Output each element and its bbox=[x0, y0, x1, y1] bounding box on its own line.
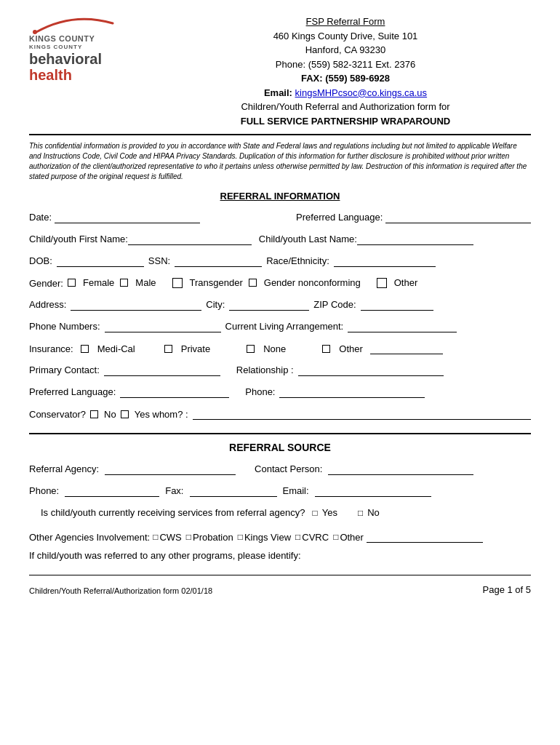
phone-numbers-input[interactable] bbox=[105, 321, 221, 332]
race-label: Race/Ethnicity: bbox=[266, 255, 329, 266]
header-center: FSP Referral Form 460 Kings County Drive… bbox=[160, 15, 531, 128]
kings-view-label: Kings View bbox=[244, 532, 291, 543]
private-label: Private bbox=[181, 343, 210, 354]
nonconforming-label: Gender nonconforming bbox=[264, 277, 361, 288]
ref-phone-input[interactable] bbox=[65, 485, 159, 497]
email-line: Email: kingsMHPcsoc@co.kings.ca.us bbox=[160, 86, 531, 100]
conservator-checkbox[interactable] bbox=[90, 410, 98, 418]
child-last-label: Child/youth Last Name: bbox=[259, 234, 357, 244]
agency-input[interactable] bbox=[105, 463, 236, 475]
cvrc-label: CVRC bbox=[302, 532, 329, 543]
address-input[interactable] bbox=[71, 299, 201, 311]
preferred-lang2-input[interactable] bbox=[120, 386, 229, 398]
ref-email-input[interactable] bbox=[315, 485, 431, 497]
if-referred-line[interactable] bbox=[29, 565, 531, 575]
address2: Hanford, CA 93230 bbox=[160, 43, 531, 57]
probation-label: Probation bbox=[193, 532, 233, 543]
gender-options: Female Male Transgender Gender nonconfor… bbox=[68, 277, 417, 288]
private-checkbox[interactable] bbox=[164, 345, 172, 353]
referral-source-divider bbox=[29, 433, 531, 434]
date-label: Date: bbox=[29, 212, 52, 223]
form-title-text: FSP Referral Form bbox=[306, 16, 385, 27]
health-label: health bbox=[29, 67, 102, 83]
none-checkbox[interactable] bbox=[247, 345, 255, 353]
conservator-row: Conservator? No Yes whom? : bbox=[29, 408, 531, 420]
email-label: Email: bbox=[264, 87, 292, 98]
city-input[interactable] bbox=[229, 299, 309, 311]
header-divider bbox=[29, 134, 531, 135]
preferred-language-input[interactable] bbox=[385, 212, 531, 223]
nonconforming-checkbox[interactable] bbox=[249, 279, 257, 287]
yes-whom-label: Yes whom? : bbox=[135, 409, 188, 420]
primary-contact-input[interactable] bbox=[104, 364, 220, 376]
kings-county-label: KINGS COUNTY bbox=[29, 44, 102, 51]
services-question-text: Is child/youth currently receiving servi… bbox=[41, 507, 305, 518]
name-row: Child/youth First Name: Child/youth Last… bbox=[29, 234, 531, 245]
phone2-input[interactable] bbox=[279, 386, 425, 398]
logo-text: KINGS COUNTY behavioral health bbox=[29, 44, 102, 83]
ref-fax-input[interactable] bbox=[190, 485, 277, 497]
yes-checkbox[interactable] bbox=[121, 410, 129, 418]
child-first-label: Child/youth First Name: bbox=[29, 234, 128, 244]
other-agencies-other-label: Other bbox=[340, 532, 364, 543]
ssn-input[interactable] bbox=[175, 255, 262, 267]
date-input[interactable] bbox=[55, 212, 200, 223]
behavioral-label: behavioral bbox=[29, 51, 102, 67]
other-insurance-checkbox[interactable] bbox=[322, 345, 330, 353]
services-row: Is child/youth currently receiving servi… bbox=[29, 507, 531, 518]
preferred-language-group: Preferred Language: bbox=[296, 212, 531, 223]
female-label: Female bbox=[83, 277, 114, 288]
other-gender-label: Other bbox=[394, 277, 418, 288]
partnership-line: FULL SERVICE PARTNERSHIP WRAPAROUND bbox=[160, 114, 531, 129]
logo-area: KINGS COUNTY KINGS COUNTY behavioral hea… bbox=[29, 15, 160, 83]
page: KINGS COUNTY KINGS COUNTY behavioral hea… bbox=[0, 0, 560, 745]
address1: 460 Kings County Drive, Suite 101 bbox=[160, 29, 531, 44]
logo-image: KINGS COUNTY KINGS COUNTY behavioral hea… bbox=[29, 15, 160, 83]
phone-row: Phone Numbers: Current Living Arrangemen… bbox=[29, 321, 531, 332]
yes-whom-input[interactable] bbox=[193, 408, 531, 420]
city-label: City: bbox=[206, 299, 225, 310]
other-agencies-input[interactable] bbox=[367, 531, 483, 543]
agency-row: Referral Agency: Contact Person: bbox=[29, 463, 531, 475]
child-first-input[interactable] bbox=[128, 234, 252, 245]
insurance-row: Insurance: Medi-Cal Private None Other bbox=[29, 343, 531, 354]
address-label: Address: bbox=[29, 299, 66, 310]
fax: FAX: (559) 589-6928 bbox=[160, 71, 531, 86]
male-checkbox[interactable] bbox=[120, 279, 128, 287]
agency-label: Referral Agency: bbox=[29, 463, 99, 474]
phone: Phone: (559) 582-3211 Ext. 2376 bbox=[160, 57, 531, 72]
preferred-language-label: Preferred Language: bbox=[296, 212, 383, 223]
cws-label: CWS bbox=[159, 532, 181, 543]
pref-lang-phone-row: Preferred Language: Phone: bbox=[29, 386, 531, 398]
phone-fax-email-row: Phone: Fax: Email: bbox=[29, 485, 531, 497]
child-last-input[interactable] bbox=[357, 234, 473, 245]
other-insurance-label: Other bbox=[339, 343, 363, 354]
ref-fax-label: Fax: bbox=[165, 485, 183, 496]
email-address[interactable]: kingsMHPcsoc@co.kings.ca.us bbox=[295, 87, 428, 98]
auth-line: Children/Youth Referral and Authorizatio… bbox=[160, 100, 531, 114]
female-checkbox[interactable] bbox=[68, 279, 76, 287]
relationship-input[interactable] bbox=[298, 364, 444, 376]
transgender-checkbox[interactable] bbox=[172, 278, 183, 288]
dob-input[interactable] bbox=[57, 255, 144, 267]
living-arrangement-input[interactable] bbox=[348, 321, 457, 332]
other-insurance-input[interactable] bbox=[370, 343, 443, 354]
medi-cal-label: Medi-Cal bbox=[97, 343, 135, 354]
insurance-label: Insurance: bbox=[29, 343, 73, 354]
race-input[interactable] bbox=[334, 255, 436, 267]
dob-row: DOB: SSN: Race/Ethnicity: bbox=[29, 255, 531, 267]
zip-input[interactable] bbox=[361, 299, 433, 311]
relationship-label: Relationship : bbox=[236, 364, 294, 375]
if-referred-row: If child/youth was referred to any other… bbox=[29, 550, 531, 561]
other-gender-checkbox[interactable] bbox=[377, 278, 387, 288]
no-label: No bbox=[104, 409, 116, 420]
medi-cal-checkbox[interactable] bbox=[81, 345, 89, 353]
primary-contact-label: Primary Contact: bbox=[29, 364, 100, 375]
footer: Children/Youth Referral/Authorization fo… bbox=[29, 581, 531, 595]
living-arrangement-label: Current Living Arrangement: bbox=[225, 321, 344, 332]
phone2-label: Phone: bbox=[245, 386, 275, 397]
contact-person-input[interactable] bbox=[328, 463, 473, 475]
footer-form-date: Children/Youth Referral/Authorization fo… bbox=[29, 586, 212, 595]
other-agencies-label: Other Agencies Involvement: bbox=[29, 532, 150, 543]
preferred-lang2-label: Preferred Language: bbox=[29, 386, 116, 397]
